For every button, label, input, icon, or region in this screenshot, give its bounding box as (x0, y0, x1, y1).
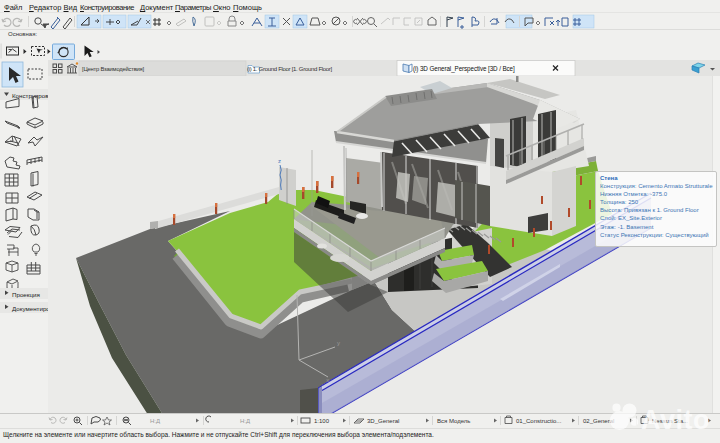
svg-text:Конструирова: Конструирова (12, 92, 48, 99)
svg-text:y: y (337, 340, 340, 346)
svg-text:Проекция: Проекция (12, 291, 40, 298)
svg-text:Н:Д: Н:Д (150, 418, 160, 424)
svg-text:x: x (326, 377, 330, 384)
svg-text:Документиров: Документиров (12, 305, 48, 312)
svg-text:[Центр Взаимодействия]: [Центр Взаимодействия] (82, 66, 145, 72)
svg-text:02_General: 02_General (583, 418, 614, 424)
svg-text:01_Constructio...: 01_Constructio... (516, 418, 562, 424)
svg-text:Н:Д: Н:Д (240, 418, 250, 424)
svg-text:Nessun Sta...: Nessun Sta... (652, 418, 688, 424)
svg-text:3D_General: 3D_General (367, 418, 399, 424)
svg-text:1:100: 1:100 (314, 418, 330, 424)
svg-text:Вся Модель: Вся Модель (437, 418, 470, 424)
svg-text:z: z (278, 158, 281, 164)
svg-text:(i) 1. Ground Floor [1. Ground: (i) 1. Ground Floor [1. Ground Floor] (247, 66, 333, 72)
svg-text:(i) 3D General_Perspective [3D: (i) 3D General_Perspective [3D / Все] (413, 65, 515, 73)
